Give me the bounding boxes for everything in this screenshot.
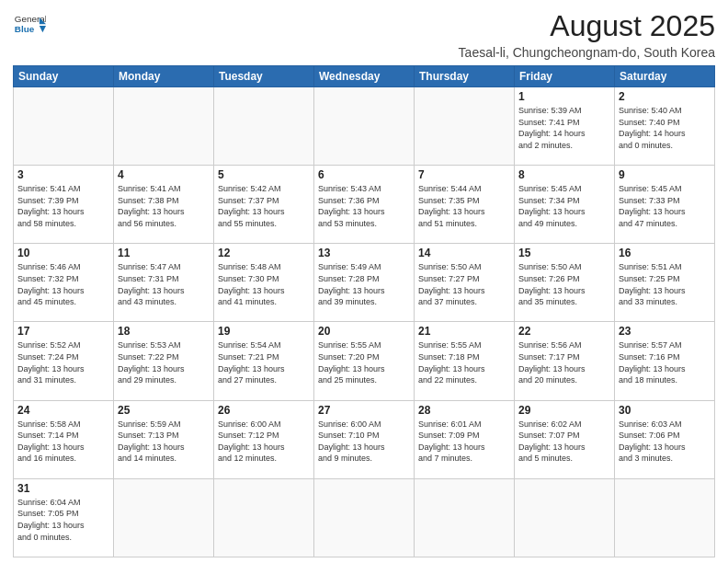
day-number: 29 [518,404,610,417]
col-monday: Monday [114,66,214,87]
calendar-cell: 19Sunrise: 5:54 AMSunset: 7:21 PMDayligh… [214,322,314,400]
day-info: Sunrise: 6:04 AMSunset: 7:05 PMDaylight:… [17,497,109,543]
calendar-cell: 27Sunrise: 6:00 AMSunset: 7:10 PMDayligh… [314,400,415,478]
header: General Blue August 2025 Taesal-li, Chun… [13,9,715,60]
calendar-cell: 3Sunrise: 5:41 AMSunset: 7:39 PMDaylight… [14,166,114,244]
day-info: Sunrise: 5:50 AMSunset: 7:26 PMDaylight:… [518,261,610,307]
day-number: 22 [518,325,610,338]
calendar-cell: 10Sunrise: 5:46 AMSunset: 7:32 PMDayligh… [14,244,114,322]
day-number: 30 [619,404,711,417]
calendar-cell: 9Sunrise: 5:45 AMSunset: 7:33 PMDaylight… [615,166,715,244]
day-number: 9 [619,168,711,181]
day-number: 17 [17,325,109,338]
calendar-cell [314,478,415,557]
day-number: 8 [518,168,610,181]
day-info: Sunrise: 5:46 AMSunset: 7:32 PMDaylight:… [17,261,109,307]
page-title: August 2025 [459,9,715,43]
calendar-cell: 23Sunrise: 5:57 AMSunset: 7:16 PMDayligh… [615,322,715,400]
day-info: Sunrise: 5:40 AMSunset: 7:40 PMDaylight:… [619,105,711,151]
day-number: 25 [118,404,210,417]
day-number: 14 [418,247,510,259]
calendar-cell: 26Sunrise: 6:00 AMSunset: 7:12 PMDayligh… [214,400,314,478]
calendar-cell: 1Sunrise: 5:39 AMSunset: 7:41 PMDaylight… [515,87,615,166]
calendar-cell: 12Sunrise: 5:48 AMSunset: 7:30 PMDayligh… [214,244,314,322]
day-info: Sunrise: 5:50 AMSunset: 7:27 PMDaylight:… [418,261,510,307]
svg-text:Blue: Blue [15,24,35,34]
calendar-cell [415,478,515,557]
day-number: 24 [17,404,109,417]
calendar-cell: 29Sunrise: 6:02 AMSunset: 7:07 PMDayligh… [515,400,615,478]
calendar-cell: 22Sunrise: 5:56 AMSunset: 7:17 PMDayligh… [515,322,615,400]
day-number: 13 [318,247,410,259]
logo: General Blue [13,9,46,42]
calendar-cell [14,87,114,166]
day-info: Sunrise: 5:48 AMSunset: 7:30 PMDaylight:… [218,261,310,307]
calendar-cell: 25Sunrise: 5:59 AMSunset: 7:13 PMDayligh… [114,400,214,478]
calendar-table: Sunday Monday Tuesday Wednesday Thursday… [13,65,715,557]
day-info: Sunrise: 5:53 AMSunset: 7:22 PMDaylight:… [118,339,210,385]
day-info: Sunrise: 5:52 AMSunset: 7:24 PMDaylight:… [17,339,109,385]
calendar-cell: 31Sunrise: 6:04 AMSunset: 7:05 PMDayligh… [14,478,114,557]
calendar-cell: 17Sunrise: 5:52 AMSunset: 7:24 PMDayligh… [14,322,114,400]
day-number: 19 [218,325,310,338]
day-info: Sunrise: 5:45 AMSunset: 7:33 PMDaylight:… [619,183,711,229]
svg-marker-3 [40,26,46,32]
day-number: 10 [17,247,109,259]
calendar-cell: 8Sunrise: 5:45 AMSunset: 7:34 PMDaylight… [515,166,615,244]
col-thursday: Thursday [415,66,515,87]
day-number: 6 [318,168,410,181]
day-number: 4 [118,168,210,181]
day-number: 20 [318,325,410,338]
calendar-cell: 15Sunrise: 5:50 AMSunset: 7:26 PMDayligh… [515,244,615,322]
calendar-cell: 2Sunrise: 5:40 AMSunset: 7:40 PMDaylight… [615,87,715,166]
day-info: Sunrise: 5:43 AMSunset: 7:36 PMDaylight:… [318,183,410,229]
day-info: Sunrise: 6:00 AMSunset: 7:12 PMDaylight:… [218,419,310,465]
calendar-cell [515,478,615,557]
calendar-cell: 21Sunrise: 5:55 AMSunset: 7:18 PMDayligh… [415,322,515,400]
day-info: Sunrise: 5:54 AMSunset: 7:21 PMDaylight:… [218,339,310,385]
day-info: Sunrise: 6:03 AMSunset: 7:06 PMDaylight:… [619,419,711,465]
day-info: Sunrise: 5:51 AMSunset: 7:25 PMDaylight:… [619,261,711,307]
generalblue-logo-icon: General Blue [13,9,46,42]
day-info: Sunrise: 5:57 AMSunset: 7:16 PMDaylight:… [619,339,711,385]
calendar-cell [214,87,314,166]
calendar-cell [314,87,415,166]
calendar-cell [114,478,214,557]
day-info: Sunrise: 5:44 AMSunset: 7:35 PMDaylight:… [418,183,510,229]
day-number: 3 [17,168,109,181]
day-number: 12 [218,247,310,259]
col-tuesday: Tuesday [214,66,314,87]
calendar-cell: 5Sunrise: 5:42 AMSunset: 7:37 PMDaylight… [214,166,314,244]
day-info: Sunrise: 5:55 AMSunset: 7:18 PMDaylight:… [418,339,510,385]
calendar-cell: 18Sunrise: 5:53 AMSunset: 7:22 PMDayligh… [114,322,214,400]
day-number: 5 [218,168,310,181]
day-info: Sunrise: 5:59 AMSunset: 7:13 PMDaylight:… [118,419,210,465]
calendar-cell: 28Sunrise: 6:01 AMSunset: 7:09 PMDayligh… [415,400,515,478]
day-info: Sunrise: 5:41 AMSunset: 7:38 PMDaylight:… [118,183,210,229]
day-number: 2 [619,90,711,103]
calendar-cell: 16Sunrise: 5:51 AMSunset: 7:25 PMDayligh… [615,244,715,322]
day-info: Sunrise: 5:41 AMSunset: 7:39 PMDaylight:… [17,183,109,229]
calendar-cell: 24Sunrise: 5:58 AMSunset: 7:14 PMDayligh… [14,400,114,478]
day-info: Sunrise: 5:56 AMSunset: 7:17 PMDaylight:… [518,339,610,385]
day-number: 16 [619,247,711,259]
col-wednesday: Wednesday [314,66,415,87]
col-friday: Friday [515,66,615,87]
calendar-cell [415,87,515,166]
calendar-header-row: Sunday Monday Tuesday Wednesday Thursday… [14,66,715,87]
day-number: 28 [418,404,510,417]
calendar-cell [214,478,314,557]
page-subtitle: Taesal-li, Chungcheongnam-do, South Kore… [459,45,715,60]
day-info: Sunrise: 6:01 AMSunset: 7:09 PMDaylight:… [418,419,510,465]
day-info: Sunrise: 6:02 AMSunset: 7:07 PMDaylight:… [518,419,610,465]
title-block: August 2025 Taesal-li, Chungcheongnam-do… [459,9,715,60]
day-info: Sunrise: 5:42 AMSunset: 7:37 PMDaylight:… [218,183,310,229]
calendar-cell: 4Sunrise: 5:41 AMSunset: 7:38 PMDaylight… [114,166,214,244]
day-number: 23 [619,325,711,338]
col-sunday: Sunday [14,66,114,87]
calendar-cell: 13Sunrise: 5:49 AMSunset: 7:28 PMDayligh… [314,244,415,322]
day-number: 18 [118,325,210,338]
day-number: 31 [17,482,109,495]
day-info: Sunrise: 5:47 AMSunset: 7:31 PMDaylight:… [118,261,210,307]
day-number: 15 [518,247,610,259]
